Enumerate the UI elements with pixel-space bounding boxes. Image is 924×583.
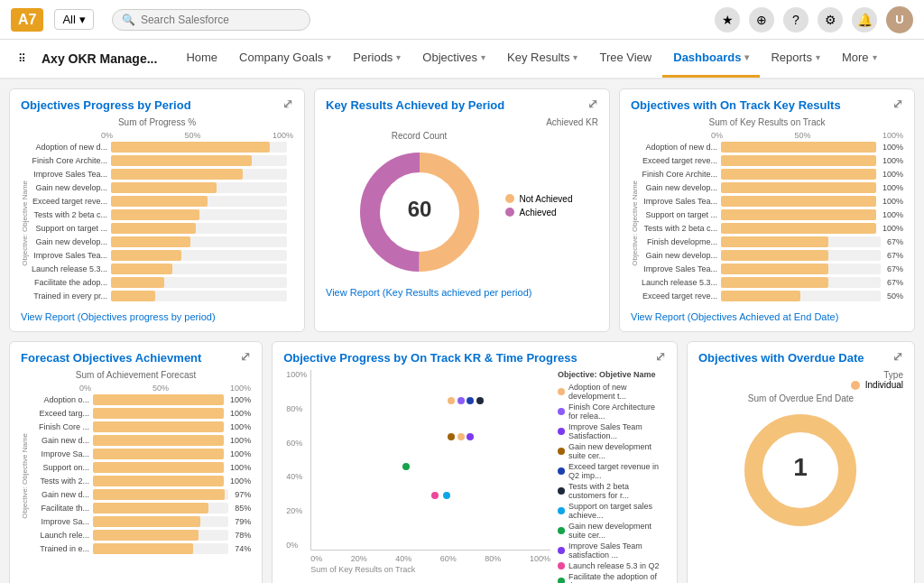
- bar-value: 78%: [235, 531, 251, 540]
- bar-row: Support on target ...: [31, 223, 293, 234]
- bar-value: 100%: [882, 210, 903, 219]
- bar-row: Finish Core Archite...100%: [641, 169, 903, 180]
- card5-legend: Objective: Objetive Name Adoption of new…: [558, 370, 666, 583]
- bar-row: Facilitate th...85%: [31, 503, 251, 514]
- add-icon[interactable]: ⊕: [749, 7, 774, 32]
- bar-value: 100%: [882, 183, 903, 192]
- bar-value: 100%: [230, 395, 251, 404]
- bar-label: Gain new develop...: [31, 183, 107, 192]
- scatter-dot: [443, 492, 450, 499]
- all-dropdown[interactable]: All ▾: [54, 9, 93, 30]
- expand-icon[interactable]: ⤢: [892, 349, 903, 364]
- bar-row: Launch release 5.3...67%: [641, 277, 903, 288]
- donut-chart: 60: [352, 144, 487, 280]
- bar-container: [111, 277, 287, 288]
- bar-row: Gain new develop...67%: [641, 250, 903, 261]
- legend-dot: [558, 467, 565, 475]
- legend-dot: [558, 428, 565, 435]
- legend-dot: [558, 487, 565, 495]
- avatar[interactable]: U: [886, 6, 913, 33]
- grid-icon[interactable]: ⠿: [7, 44, 36, 73]
- bar-fill: [111, 182, 217, 193]
- bar-value: 100%: [230, 477, 251, 486]
- search-input[interactable]: [141, 14, 285, 26]
- bar-fill: [721, 236, 828, 247]
- scatter-dot: [448, 397, 455, 404]
- favorites-icon[interactable]: ★: [715, 7, 740, 32]
- nav-company-goals[interactable]: Company Goals ▾: [228, 40, 342, 78]
- card2-link[interactable]: View Report (Key Results achieved per pe…: [326, 287, 598, 298]
- x-axis-title: Sum of Key Results on Track: [310, 565, 550, 574]
- nav-objectives[interactable]: Objectives ▾: [411, 40, 496, 78]
- nav-periods[interactable]: Periods ▾: [342, 40, 411, 78]
- nav-key-results[interactable]: Key Results ▾: [496, 40, 588, 78]
- bar-container: [111, 264, 287, 274]
- expand-icon[interactable]: ⤢: [282, 97, 293, 111]
- bar-fill: [93, 394, 224, 405]
- bar-label: Improve Sales Tea...: [641, 264, 717, 273]
- bar-label: Improve Sales Tea...: [31, 170, 107, 179]
- expand-icon[interactable]: ⤢: [587, 97, 598, 111]
- bar-label: Trained in e...: [31, 544, 89, 553]
- legend-dot: [558, 408, 565, 415]
- bar-container: [93, 543, 228, 554]
- bar-fill: [111, 169, 243, 180]
- legend-label: Facilitate the adoption of the ne...: [568, 572, 666, 583]
- chevron-down-icon: ▾: [873, 52, 877, 62]
- donut-center-value: 60: [407, 197, 431, 221]
- search-bar[interactable]: 🔍: [112, 9, 310, 31]
- card1-axis: 0% 50% 100%: [101, 131, 293, 140]
- bar-fill: [111, 209, 199, 220]
- nav-dashboards[interactable]: Dashboards ▾: [662, 40, 760, 78]
- bar-row: Exceed target reve...50%: [641, 291, 903, 301]
- bar-row: Adoption o...100%: [31, 394, 251, 405]
- nav-reports[interactable]: Reports ▾: [760, 40, 831, 78]
- app-name: Axy OKR Manage...: [42, 51, 157, 66]
- bar-row: Gain new d...100%: [31, 435, 251, 446]
- legend-dot: [558, 388, 565, 395]
- bar-label: Improve Sales Tea...: [641, 197, 717, 206]
- expand-icon[interactable]: ⤢: [892, 97, 903, 111]
- card4-axis: 0% 50% 100%: [79, 384, 251, 393]
- bar-value: 100%: [882, 197, 903, 206]
- bar-value: 100%: [230, 409, 251, 418]
- bar-label: Gain new d...: [31, 436, 89, 445]
- nav-tree-view[interactable]: Tree View: [588, 40, 662, 78]
- scatter-dot: [402, 463, 410, 470]
- bar-container: [111, 196, 287, 207]
- bar-label: Gain new develop...: [31, 237, 107, 246]
- bar-container: [93, 503, 228, 514]
- dashboard-row-1: Objectives Progress by Period ⤢ Sum of P…: [9, 88, 915, 332]
- card5-chart-area: 100% 80% 60% 40% 20% 0%: [283, 370, 550, 583]
- bar-label: Trained in every pr...: [31, 292, 107, 301]
- bar-value: 67%: [887, 251, 903, 260]
- help-icon[interactable]: ?: [783, 7, 808, 32]
- legend-label: Launch release 5.3 in Q2: [568, 561, 660, 570]
- bar-value: 100%: [882, 170, 903, 179]
- card1-link[interactable]: View Report (Objectives progress by peri…: [21, 311, 293, 322]
- notifications-icon[interactable]: 🔔: [852, 7, 877, 32]
- nav-home[interactable]: Home: [175, 40, 228, 78]
- bar-fill: [721, 182, 876, 193]
- nav-more[interactable]: More ▾: [831, 40, 888, 78]
- settings-icon[interactable]: ⚙: [818, 7, 843, 32]
- chevron-down-icon: ▾: [816, 52, 820, 62]
- scatter-dot: [431, 492, 439, 499]
- bar-fill: [93, 543, 193, 554]
- bar-value: 100%: [230, 449, 251, 458]
- bar-value: 100%: [230, 463, 251, 472]
- bar-value: 100%: [230, 422, 251, 431]
- expand-icon[interactable]: ⤢: [240, 349, 251, 364]
- bar-fill: [111, 291, 155, 301]
- expand-icon[interactable]: ⤢: [655, 349, 666, 364]
- bar-row: Exceed target reve...: [31, 196, 293, 207]
- bar-fill: [93, 421, 224, 432]
- top-bar: A7 All ▾ 🔍 ★ ⊕ ? ⚙ 🔔 U: [0, 0, 924, 40]
- card3-link[interactable]: View Report (Objectives Achieved at End …: [631, 311, 903, 322]
- nav-items: Home Company Goals ▾ Periods ▾ Objective…: [175, 40, 887, 78]
- bar-value: 67%: [887, 264, 903, 273]
- bar-container: [721, 209, 876, 220]
- bar-row: Improve Sa...79%: [31, 516, 251, 527]
- bar-container: [721, 236, 881, 247]
- bar-label: Improve Sa...: [31, 517, 89, 526]
